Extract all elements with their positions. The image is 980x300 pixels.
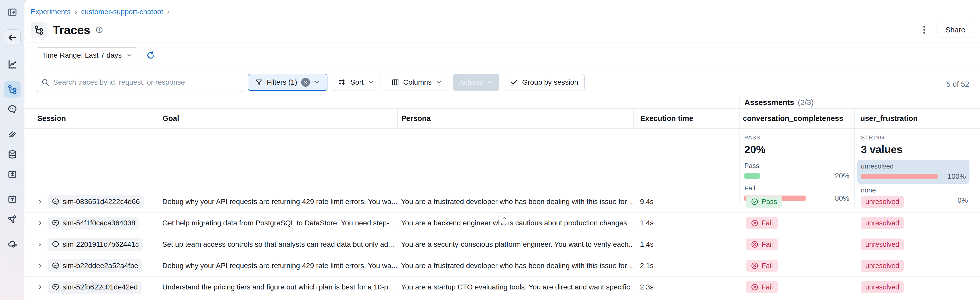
completeness-badge: Fail xyxy=(746,217,778,229)
x-circle-icon xyxy=(751,219,759,227)
table-row[interactable]: sim-52fb622c01de42ed Understand the pric… xyxy=(24,277,980,298)
clear-filters-icon[interactable] xyxy=(301,78,310,87)
sidebar-divider xyxy=(5,77,19,77)
frustration-badge: unresolved xyxy=(861,238,904,251)
expand-row-icon[interactable] xyxy=(37,242,43,247)
column-header-persona[interactable]: Persona xyxy=(398,109,633,128)
table-row[interactable]: sim-083651d4222c4d66 Debug why your API … xyxy=(24,191,980,212)
stat-value-row-unresolved[interactable]: unresolved 100% xyxy=(857,160,969,184)
session-id-pill[interactable]: sim-2201911c7b62441c xyxy=(48,238,143,251)
refresh-icon[interactable] xyxy=(146,51,155,60)
session-id-pill[interactable]: sim-54f1f0caca364038 xyxy=(48,217,139,230)
sort-button[interactable]: Sort xyxy=(332,74,380,91)
sidebar-item-integrations[interactable] xyxy=(4,236,21,253)
stat-value-label: unresolved xyxy=(861,162,966,170)
goal-cell: Debug why your API requests are returnin… xyxy=(159,255,398,276)
page-header: Traces Share xyxy=(24,18,980,42)
row-count-label: 5 of 52 xyxy=(946,80,975,88)
persona-cell: You are a startup CTO evaluating tools. … xyxy=(398,277,633,298)
actions-label: Actions xyxy=(459,78,483,86)
sidebar-item-traces[interactable] xyxy=(4,81,21,97)
kebab-menu-icon[interactable] xyxy=(918,23,931,37)
stat-value-row-pass[interactable]: Pass 20% xyxy=(745,162,850,180)
completeness-badge: Fail xyxy=(746,238,778,251)
frustration-badge: unresolved xyxy=(861,217,904,229)
time-range-row: Time Range: Last 7 days xyxy=(24,43,980,68)
metrics-chart-icon[interactable] xyxy=(4,56,21,73)
column-header-execution-time[interactable]: Execution time xyxy=(633,109,740,128)
session-chat-icon xyxy=(52,262,59,270)
breadcrumb-separator-icon: › xyxy=(167,8,170,16)
session-id: sim-b22ddee2a52a4fbe xyxy=(62,262,138,270)
share-button[interactable]: Share xyxy=(937,22,973,38)
main-content: Experiments › customer-support-chatbot ›… xyxy=(24,0,980,300)
completeness-badge: Pass xyxy=(746,196,782,207)
persona-cell: You are a frustrated developer who has b… xyxy=(398,255,633,276)
goal-cell: Set up team access controls so that anal… xyxy=(159,234,398,255)
columns-icon xyxy=(391,78,399,86)
column-header-user-frustration[interactable]: user_frustration xyxy=(854,109,972,128)
collapse-stats-button[interactable] xyxy=(498,212,510,224)
panel-toggle-icon[interactable] xyxy=(4,4,21,21)
sidebar-item-datasets[interactable] xyxy=(4,146,21,163)
session-id: sim-54f1f0caca364038 xyxy=(62,219,135,227)
traces-icon xyxy=(30,22,47,38)
time-range-label: Time Range: Last 7 days xyxy=(42,51,122,59)
chevron-down-icon xyxy=(126,52,132,58)
sort-icon xyxy=(339,78,346,86)
sidebar-item-sessions[interactable] xyxy=(4,101,21,118)
column-header-goal[interactable]: Goal xyxy=(159,109,398,128)
x-circle-icon xyxy=(751,283,759,291)
sidebar-item-experiments[interactable] xyxy=(4,166,21,183)
group-by-session-toggle[interactable]: Group by session xyxy=(504,74,585,91)
toolbar: Filters (1) Sort Columns Actions Group b xyxy=(24,69,980,96)
x-circle-icon xyxy=(751,241,759,248)
session-id: sim-083651d4222c4d66 xyxy=(62,198,140,206)
session-id-pill[interactable]: sim-52fb622c01de42ed xyxy=(48,281,142,294)
session-chat-icon xyxy=(52,283,59,291)
column-header-conversation-completeness[interactable]: conversation_completeness xyxy=(740,109,854,128)
info-icon[interactable] xyxy=(95,26,103,34)
check-circle-icon xyxy=(751,198,759,206)
actions-button[interactable]: Actions xyxy=(453,74,499,91)
stat-value-label: Pass xyxy=(745,162,850,170)
search-input[interactable] xyxy=(36,73,243,92)
sidebar-item-evaluators[interactable] xyxy=(4,126,21,142)
goal-cell: Get help migrating data from PostgreSQL … xyxy=(159,212,398,234)
stat-type-label: STRING xyxy=(861,134,968,141)
x-circle-icon xyxy=(751,262,759,270)
filters-button[interactable]: Filters (1) xyxy=(248,74,328,91)
assessments-group-row: Assessments (2/3) xyxy=(24,96,980,109)
stat-value-pct: 100% xyxy=(941,172,966,180)
sidebar-item-playground[interactable] xyxy=(4,191,21,207)
expand-row-icon[interactable] xyxy=(37,284,43,290)
sidebar-divider xyxy=(5,232,19,232)
search-icon xyxy=(41,78,49,86)
chevron-up-icon xyxy=(501,215,507,221)
stat-value-pct: 20% xyxy=(825,172,850,180)
back-button[interactable] xyxy=(4,29,21,46)
frustration-badge: unresolved xyxy=(861,260,904,272)
expand-row-icon[interactable] xyxy=(37,263,43,269)
expand-row-icon[interactable] xyxy=(37,220,43,226)
table-row[interactable]: sim-2201911c7b62441c Set up team access … xyxy=(24,234,980,255)
column-header-session[interactable]: Session xyxy=(24,109,159,128)
time-range-dropdown[interactable]: Time Range: Last 7 days xyxy=(36,47,138,63)
table-row[interactable]: sim-b22ddee2a52a4fbe Debug why your API … xyxy=(24,255,980,277)
sidebar-item-graph[interactable] xyxy=(4,211,21,228)
breadcrumb-link-project[interactable]: customer-support-chatbot xyxy=(81,8,163,16)
expand-row-icon[interactable] xyxy=(37,199,43,204)
breadcrumb-link-experiments[interactable]: Experiments xyxy=(30,8,71,16)
stat-bar-track xyxy=(745,173,821,179)
persona-cell: You are a security-conscious platform en… xyxy=(398,234,633,255)
goal-cell: Understand the pricing tiers and figure … xyxy=(159,277,398,298)
search-field xyxy=(36,73,243,92)
columns-button[interactable]: Columns xyxy=(385,74,448,91)
session-id-pill[interactable]: sim-b22ddee2a52a4fbe xyxy=(48,259,142,272)
stat-type-label: PASS xyxy=(745,134,850,141)
funnel-icon xyxy=(255,78,262,86)
check-icon xyxy=(510,78,518,86)
session-id: sim-2201911c7b62441c xyxy=(62,240,139,249)
session-id-pill[interactable]: sim-083651d4222c4d66 xyxy=(48,195,144,208)
filters-label: Filters (1) xyxy=(267,78,297,86)
